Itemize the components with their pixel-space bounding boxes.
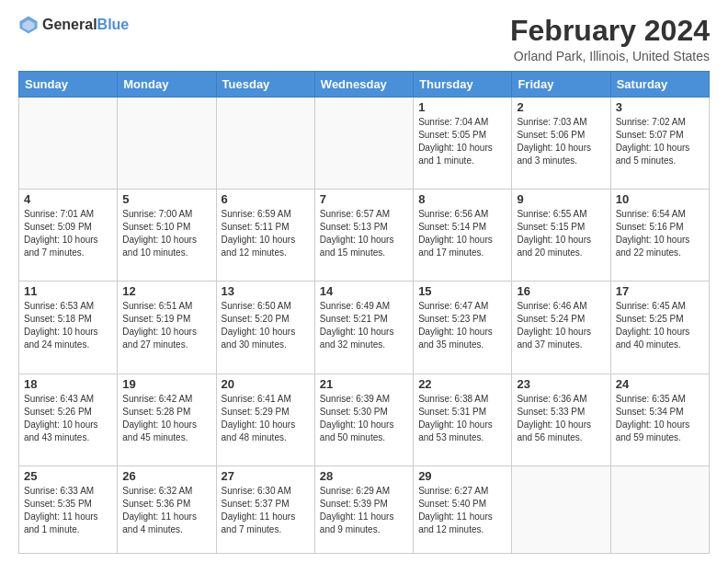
table-row: 29Sunrise: 6:27 AMSunset: 5:40 PMDayligh…	[414, 465, 512, 553]
day-info: Sunrise: 6:32 AMSunset: 5:36 PMDaylight:…	[122, 485, 210, 536]
day-number: 22	[418, 377, 506, 391]
logo-general: General	[42, 17, 97, 33]
day-info: Sunrise: 6:27 AMSunset: 5:40 PMDaylight:…	[418, 485, 506, 536]
day-number: 21	[320, 377, 408, 391]
day-info: Sunrise: 6:49 AMSunset: 5:21 PMDaylight:…	[320, 300, 408, 351]
day-info: Sunrise: 6:36 AMSunset: 5:33 PMDaylight:…	[517, 393, 605, 444]
table-row: 16Sunrise: 6:46 AMSunset: 5:24 PMDayligh…	[512, 282, 610, 373]
day-number: 2	[517, 100, 605, 114]
table-row: 24Sunrise: 6:35 AMSunset: 5:34 PMDayligh…	[610, 373, 709, 465]
table-row: 8Sunrise: 6:56 AMSunset: 5:14 PMDaylight…	[414, 190, 512, 282]
table-row: 6Sunrise: 6:59 AMSunset: 5:11 PMDaylight…	[216, 190, 314, 282]
day-number: 15	[418, 284, 506, 298]
table-row: 28Sunrise: 6:29 AMSunset: 5:39 PMDayligh…	[314, 465, 413, 553]
day-number: 23	[517, 377, 605, 391]
title-section: February 2024 Orland Park, Illinois, Uni…	[510, 15, 710, 63]
table-row: 3Sunrise: 7:02 AMSunset: 5:07 PMDaylight…	[610, 98, 709, 190]
table-row: 19Sunrise: 6:42 AMSunset: 5:28 PMDayligh…	[118, 373, 216, 465]
day-info: Sunrise: 6:56 AMSunset: 5:14 PMDaylight:…	[418, 208, 506, 259]
day-number: 6	[222, 192, 310, 206]
table-row: 26Sunrise: 6:32 AMSunset: 5:36 PMDayligh…	[118, 465, 216, 553]
day-info: Sunrise: 7:00 AMSunset: 5:10 PMDaylight:…	[122, 208, 210, 259]
day-number: 4	[24, 192, 112, 206]
header-tuesday: Tuesday	[216, 72, 314, 98]
day-number: 12	[122, 284, 210, 298]
table-row	[19, 98, 118, 190]
table-row: 10Sunrise: 6:54 AMSunset: 5:16 PMDayligh…	[610, 190, 709, 282]
day-number: 28	[320, 469, 408, 483]
table-row: 23Sunrise: 6:36 AMSunset: 5:33 PMDayligh…	[512, 373, 610, 465]
day-info: Sunrise: 6:54 AMSunset: 5:16 PMDaylight:…	[616, 208, 704, 259]
day-number: 29	[418, 469, 506, 483]
day-number: 11	[24, 284, 112, 298]
day-info: Sunrise: 6:51 AMSunset: 5:19 PMDaylight:…	[122, 300, 210, 351]
table-row: 7Sunrise: 6:57 AMSunset: 5:13 PMDaylight…	[314, 190, 413, 282]
table-row: 17Sunrise: 6:45 AMSunset: 5:25 PMDayligh…	[610, 282, 709, 373]
table-row	[512, 465, 610, 553]
location: Orland Park, Illinois, United States	[510, 49, 710, 63]
calendar-header-row: Sunday Monday Tuesday Wednesday Thursday…	[19, 72, 710, 98]
day-info: Sunrise: 6:53 AMSunset: 5:18 PMDaylight:…	[24, 300, 112, 351]
header-friday: Friday	[512, 72, 610, 98]
day-info: Sunrise: 6:33 AMSunset: 5:35 PMDaylight:…	[24, 485, 112, 536]
day-info: Sunrise: 6:55 AMSunset: 5:15 PMDaylight:…	[517, 208, 605, 259]
day-info: Sunrise: 6:42 AMSunset: 5:28 PMDaylight:…	[122, 393, 210, 444]
table-row: 4Sunrise: 7:01 AMSunset: 5:09 PMDaylight…	[19, 190, 118, 282]
day-info: Sunrise: 6:39 AMSunset: 5:30 PMDaylight:…	[320, 393, 408, 444]
table-row: 12Sunrise: 6:51 AMSunset: 5:19 PMDayligh…	[118, 282, 216, 373]
table-row: 13Sunrise: 6:50 AMSunset: 5:20 PMDayligh…	[216, 282, 314, 373]
table-row: 18Sunrise: 6:43 AMSunset: 5:26 PMDayligh…	[19, 373, 118, 465]
day-info: Sunrise: 6:59 AMSunset: 5:11 PMDaylight:…	[222, 208, 310, 259]
day-info: Sunrise: 7:02 AMSunset: 5:07 PMDaylight:…	[616, 116, 704, 167]
logo: General Blue	[18, 15, 129, 35]
day-number: 25	[24, 469, 112, 483]
day-info: Sunrise: 7:03 AMSunset: 5:06 PMDaylight:…	[517, 116, 605, 167]
day-number: 24	[616, 377, 704, 391]
day-number: 26	[122, 469, 210, 483]
day-number: 20	[222, 377, 310, 391]
table-row	[610, 465, 709, 553]
day-info: Sunrise: 6:41 AMSunset: 5:29 PMDaylight:…	[222, 393, 310, 444]
day-number: 18	[24, 377, 112, 391]
day-number: 8	[418, 192, 506, 206]
table-row: 2Sunrise: 7:03 AMSunset: 5:06 PMDaylight…	[512, 98, 610, 190]
table-row: 21Sunrise: 6:39 AMSunset: 5:30 PMDayligh…	[314, 373, 413, 465]
logo-icon	[18, 15, 39, 35]
table-row: 27Sunrise: 6:30 AMSunset: 5:37 PMDayligh…	[216, 465, 314, 553]
table-row	[216, 98, 314, 190]
day-number: 3	[616, 100, 704, 114]
calendar-table: Sunday Monday Tuesday Wednesday Thursday…	[18, 71, 710, 554]
page: General Blue February 2024 Orland Park, …	[0, 0, 728, 563]
header-wednesday: Wednesday	[314, 72, 413, 98]
table-row: 25Sunrise: 6:33 AMSunset: 5:35 PMDayligh…	[19, 465, 118, 553]
logo-text: General Blue	[42, 17, 129, 33]
header-thursday: Thursday	[414, 72, 512, 98]
month-title: February 2024	[510, 15, 710, 47]
table-row: 20Sunrise: 6:41 AMSunset: 5:29 PMDayligh…	[216, 373, 314, 465]
day-number: 9	[517, 192, 605, 206]
table-row: 15Sunrise: 6:47 AMSunset: 5:23 PMDayligh…	[414, 282, 512, 373]
day-number: 1	[418, 100, 506, 114]
day-number: 27	[222, 469, 310, 483]
table-row	[314, 98, 413, 190]
day-info: Sunrise: 6:30 AMSunset: 5:37 PMDaylight:…	[222, 485, 310, 536]
table-row: 1Sunrise: 7:04 AMSunset: 5:05 PMDaylight…	[414, 98, 512, 190]
logo-blue: Blue	[97, 17, 130, 33]
day-number: 14	[320, 284, 408, 298]
day-number: 7	[320, 192, 408, 206]
day-info: Sunrise: 6:57 AMSunset: 5:13 PMDaylight:…	[320, 208, 408, 259]
header-saturday: Saturday	[610, 72, 709, 98]
day-info: Sunrise: 6:38 AMSunset: 5:31 PMDaylight:…	[418, 393, 506, 444]
day-number: 16	[517, 284, 605, 298]
day-info: Sunrise: 6:46 AMSunset: 5:24 PMDaylight:…	[517, 300, 605, 351]
table-row: 11Sunrise: 6:53 AMSunset: 5:18 PMDayligh…	[19, 282, 118, 373]
day-number: 5	[122, 192, 210, 206]
day-info: Sunrise: 6:47 AMSunset: 5:23 PMDaylight:…	[418, 300, 506, 351]
header-sunday: Sunday	[19, 72, 118, 98]
day-info: Sunrise: 6:45 AMSunset: 5:25 PMDaylight:…	[616, 300, 704, 351]
day-info: Sunrise: 7:04 AMSunset: 5:05 PMDaylight:…	[418, 116, 506, 167]
day-info: Sunrise: 6:35 AMSunset: 5:34 PMDaylight:…	[616, 393, 704, 444]
day-number: 13	[222, 284, 310, 298]
day-number: 10	[616, 192, 704, 206]
table-row	[118, 98, 216, 190]
